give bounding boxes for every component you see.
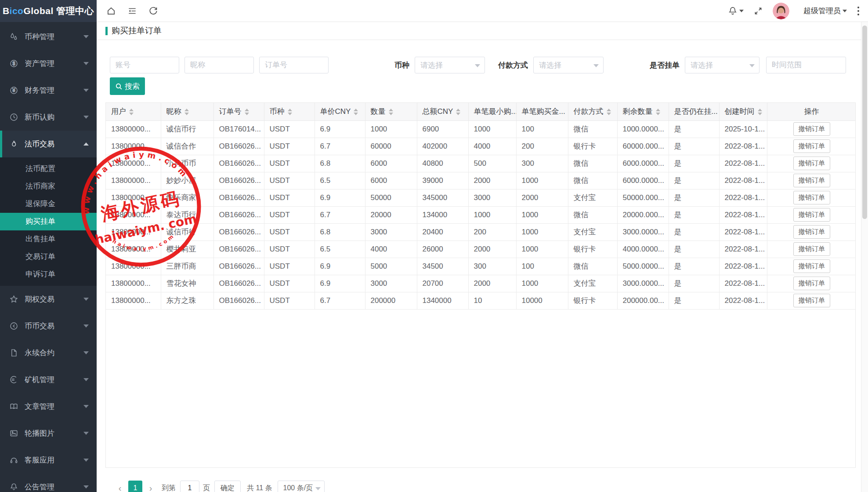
cancel-order-button[interactable]: 撤销订单	[793, 242, 830, 256]
column-header[interactable]: 单价CNY	[315, 103, 365, 120]
coin-select[interactable]: 请选择	[415, 57, 485, 73]
sidebar-item[interactable]: 矿机管理	[0, 366, 97, 393]
sidebar-item[interactable]: 文章管理	[0, 393, 97, 420]
column-header[interactable]: 订单号	[213, 103, 264, 120]
table-cell: 6000.0000...	[617, 155, 669, 172]
table-cell: 13800000...	[106, 172, 161, 189]
table-cell: 6.7	[315, 292, 365, 309]
submenu-item[interactable]: 购买挂单	[0, 213, 97, 230]
sidebar-item-label: 永续合约	[25, 348, 54, 358]
table-cell: 3000.0000...	[617, 223, 669, 241]
more-options-icon[interactable]	[857, 6, 860, 16]
table-cell: 2022-08-1...	[719, 223, 767, 241]
sidebar-item[interactable]: 法币交易	[0, 131, 97, 157]
submenu-item[interactable]: 出售挂单	[0, 230, 97, 248]
sort-icon[interactable]	[354, 109, 358, 115]
sidebar-item-label: 法币交易	[25, 139, 54, 149]
jump-page-input[interactable]	[180, 481, 199, 492]
column-header[interactable]: 付款方式	[568, 103, 617, 120]
pay-method-label: 付款方式	[498, 60, 528, 70]
sort-icon[interactable]	[245, 109, 249, 115]
table-cell: 诚信币行	[161, 120, 213, 138]
column-header[interactable]: 昵称	[161, 103, 213, 120]
sidebar-item[interactable]: 轮播图片	[0, 420, 97, 447]
submenu-item[interactable]: 交易订单	[0, 248, 97, 266]
sidebar-item[interactable]: 永续合约	[0, 339, 97, 366]
sidebar-item[interactable]: 新币认购	[0, 104, 97, 131]
table-cell: 是	[669, 275, 719, 292]
collapse-menu-icon[interactable]	[127, 6, 137, 16]
avatar[interactable]	[773, 3, 789, 19]
cancel-order-button[interactable]: 撤销订单	[793, 259, 830, 273]
cancel-order-button[interactable]: 撤销订单	[793, 208, 830, 222]
page-size-select[interactable]: 100 条/页	[278, 481, 325, 492]
nickname-input[interactable]	[184, 57, 254, 73]
cancel-order-button[interactable]: 撤销订单	[793, 294, 830, 307]
refresh-icon[interactable]	[148, 6, 158, 16]
column-header[interactable]: 数量	[365, 103, 417, 120]
sidebar-item[interactable]: 财务管理	[0, 77, 97, 104]
column-header[interactable]: 用户	[106, 103, 161, 120]
column-header[interactable]: 单笔购买金...	[516, 103, 568, 120]
cancel-order-button[interactable]: 撤销订单	[793, 122, 830, 136]
confirm-page-button[interactable]: 确定	[214, 481, 241, 492]
submenu-item[interactable]: 法币商家	[0, 178, 97, 195]
table-cell: 1000	[468, 120, 516, 138]
sidebar-item-label: 期权交易	[25, 294, 54, 304]
sort-icon[interactable]	[758, 109, 762, 115]
sort-icon[interactable]	[288, 109, 292, 115]
submenu-item[interactable]: 法币配置	[0, 160, 97, 178]
table-cell: 2000	[468, 172, 516, 189]
submenu-item[interactable]: 退保障金	[0, 195, 97, 213]
user-menu[interactable]: 超级管理员	[799, 6, 847, 16]
sort-icon[interactable]	[607, 109, 611, 115]
sidebar-item[interactable]: 币种管理	[0, 23, 97, 50]
cancel-order-button[interactable]: 撤销订单	[793, 174, 830, 187]
submenu-item[interactable]: 申诉订单	[0, 266, 97, 283]
sort-icon[interactable]	[184, 109, 189, 115]
sort-icon[interactable]	[656, 109, 660, 115]
table-cell: OB166026...	[213, 206, 264, 223]
search-button[interactable]: 搜索	[110, 77, 145, 95]
home-icon[interactable]	[106, 6, 116, 16]
cancel-order-button[interactable]: 撤销订单	[793, 277, 830, 290]
cancel-order-button[interactable]: 撤销订单	[793, 139, 830, 153]
table-cell: 13800000...	[106, 138, 161, 155]
column-header[interactable]: 操作	[767, 103, 856, 120]
table-row: 13800000...妙妙小屋OB166026...USDT6.56000390…	[106, 172, 856, 189]
sidebar-item[interactable]: 公告管理	[0, 474, 97, 492]
sort-icon[interactable]	[129, 109, 134, 115]
cancel-order-button[interactable]: 撤销订单	[793, 191, 830, 204]
sidebar-item[interactable]: 期权交易	[0, 286, 97, 313]
column-header[interactable]: 是否仍在挂...	[669, 103, 719, 120]
order-no-input[interactable]	[259, 57, 329, 73]
table-cell: 34500	[417, 258, 468, 275]
prev-page-button[interactable]: ‹	[115, 483, 125, 492]
scrollbar-thumb[interactable]	[862, 26, 867, 219]
fullscreen-icon[interactable]	[753, 6, 763, 16]
table-action-cell: 撤销订单	[767, 258, 856, 275]
column-header[interactable]: 剩余数量	[617, 103, 669, 120]
logo-part-rest: Global 管理中心	[23, 5, 94, 17]
sidebar-item[interactable]: 客服应用	[0, 447, 97, 474]
sidebar-item[interactable]: 币币交易	[0, 313, 97, 339]
table-cell: 6000	[365, 172, 417, 189]
cancel-order-button[interactable]: 撤销订单	[793, 157, 830, 170]
sort-icon[interactable]	[389, 109, 393, 115]
sort-icon[interactable]	[456, 109, 460, 115]
pending-select[interactable]: 请选择	[685, 57, 760, 73]
time-range-input[interactable]	[766, 57, 846, 73]
table-cell: 6.9	[315, 189, 365, 206]
notifications-button[interactable]	[728, 6, 744, 16]
scrollbar-track[interactable]	[861, 22, 868, 492]
sidebar-item[interactable]: 资产管理	[0, 50, 97, 77]
column-header[interactable]: 创建时间	[719, 103, 767, 120]
current-page-button[interactable]: 1	[128, 481, 142, 492]
pay-method-select[interactable]: 请选择	[533, 57, 604, 73]
column-header[interactable]: 币种	[264, 103, 315, 120]
column-header[interactable]: 单笔最小购...	[468, 103, 516, 120]
next-page-button[interactable]: ›	[146, 483, 156, 492]
account-input[interactable]	[110, 57, 179, 73]
cancel-order-button[interactable]: 撤销订单	[793, 225, 830, 239]
column-header[interactable]: 总额CNY	[417, 103, 468, 120]
